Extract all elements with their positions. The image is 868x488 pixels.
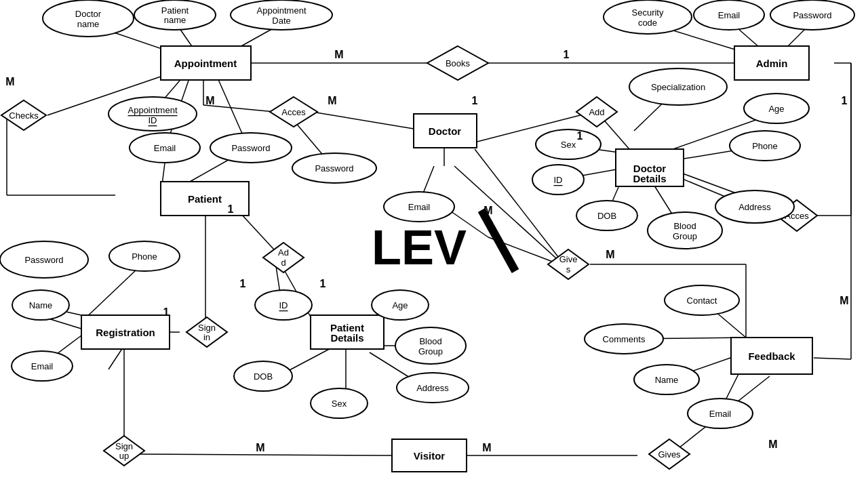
svg-line-35 bbox=[124, 454, 393, 455]
name-feedback-label: Name bbox=[655, 375, 679, 385]
blood-group-patient-label2: Group bbox=[418, 346, 443, 357]
appointment-date-label2: Date bbox=[272, 16, 290, 26]
email-reg-label: Email bbox=[31, 361, 54, 371]
email-admin-label: Email bbox=[718, 10, 741, 20]
security-code-label: Security bbox=[632, 7, 664, 18]
card-m-checks: M bbox=[5, 76, 14, 87]
visitor-label: Visitor bbox=[414, 450, 446, 462]
dob-doctor-label: DOB bbox=[597, 211, 616, 221]
id-doctor-label: ID bbox=[554, 175, 563, 185]
card-m-gives: M bbox=[606, 249, 614, 260]
card-1-reg: 1 bbox=[163, 306, 170, 318]
phone-patient-label: Phone bbox=[132, 251, 157, 262]
registration-label: Registration bbox=[96, 327, 155, 338]
card-m-books-left: M bbox=[334, 49, 343, 60]
age-patient-label: Age bbox=[392, 300, 408, 310]
card-1-patient: 1 bbox=[228, 203, 234, 215]
watermark-text: LEV bbox=[372, 220, 467, 274]
password-admin-label: Password bbox=[793, 10, 831, 20]
add-patient-label2: d bbox=[281, 258, 285, 268]
diagram-svg: Appointment Admin Doctor Patient Doctor … bbox=[0, 0, 868, 488]
address-doctor-label: Address bbox=[738, 202, 771, 212]
add-label: Add bbox=[589, 107, 604, 117]
blood-group-doctor-label: Blood bbox=[673, 221, 696, 231]
doctor-details-label2: Details bbox=[633, 173, 666, 184]
books-label: Books bbox=[446, 58, 471, 68]
appointment-id-label2: ID bbox=[149, 115, 157, 125]
card-1-patient-details: 1 bbox=[320, 278, 326, 289]
patient-name-label2: name bbox=[164, 15, 186, 25]
card-1-admin-right: 1 bbox=[842, 95, 848, 106]
svg-line-64 bbox=[814, 358, 851, 359]
acces-label-left: Acces bbox=[281, 107, 306, 117]
gives-label2: s bbox=[566, 264, 571, 274]
appointment-date-label: Appointment bbox=[257, 5, 307, 16]
card-m-acces-left: M bbox=[205, 95, 214, 106]
card-m-visitor-gives: M bbox=[482, 442, 491, 453]
card-1-books-right: 1 bbox=[564, 49, 570, 60]
card-1-add: 1 bbox=[577, 130, 583, 142]
svg-line-70 bbox=[481, 210, 515, 271]
signup-label2: up bbox=[119, 451, 129, 461]
card-1-doctor: 1 bbox=[472, 95, 478, 106]
feedback-label: Feedback bbox=[748, 350, 795, 362]
sex-patient-label: Sex bbox=[332, 399, 347, 409]
sex-doctor-label: Sex bbox=[561, 140, 576, 150]
signin-label2: in bbox=[203, 332, 210, 342]
blood-group-patient-label: Blood bbox=[419, 336, 441, 346]
patient-name-label: Patient bbox=[161, 5, 189, 16]
svg-line-18 bbox=[312, 112, 414, 129]
card-1-add-patient: 1 bbox=[240, 278, 246, 289]
blood-group-doctor-label2: Group bbox=[673, 231, 697, 241]
age-doctor-label: Age bbox=[768, 104, 784, 114]
card-m-signup-left: M bbox=[256, 442, 264, 453]
password-appt-label: Password bbox=[231, 143, 270, 153]
phone-doctor-label: Phone bbox=[752, 141, 778, 151]
id-patient-label: ID bbox=[279, 300, 288, 310]
doctor-label: Doctor bbox=[429, 125, 461, 137]
card-m-right: M bbox=[840, 295, 848, 306]
gives-bottom-label: Gives bbox=[658, 449, 681, 460]
appointment-label: Appointment bbox=[174, 58, 237, 69]
doctor-name-label: Doctor bbox=[75, 9, 102, 19]
comments-label: Comments bbox=[603, 334, 646, 344]
address-patient-label: Address bbox=[416, 383, 449, 393]
doctor-name-label2: name bbox=[77, 19, 100, 29]
name-reg-label: Name bbox=[29, 300, 53, 310]
svg-line-14 bbox=[203, 105, 275, 112]
dob-patient-label: DOB bbox=[254, 371, 273, 382]
email-doctor-label: Email bbox=[408, 202, 431, 212]
add-patient-label: Ad bbox=[278, 247, 289, 258]
email-patient-label: Email bbox=[154, 143, 176, 153]
gives-label: Give bbox=[559, 254, 578, 264]
password-patient-label: Password bbox=[24, 255, 63, 265]
patient-details-label2: Details bbox=[330, 332, 363, 344]
specialization-label: Specialization bbox=[651, 82, 705, 92]
checks-label: Checks bbox=[9, 110, 39, 121]
contact-label: Contact bbox=[687, 296, 717, 306]
patient-label: Patient bbox=[188, 193, 222, 205]
card-m-gives-feedback: M bbox=[768, 439, 777, 450]
er-diagram: Appointment Admin Doctor Patient Doctor … bbox=[0, 0, 868, 488]
appointment-id-label: Appointment bbox=[128, 105, 178, 115]
email-feedback-label: Email bbox=[709, 409, 732, 419]
signup-label: Sign bbox=[115, 441, 133, 451]
card-m-acces-right: M bbox=[328, 95, 336, 106]
signin-label: Sign bbox=[198, 323, 216, 333]
security-code-label2: code bbox=[638, 18, 657, 28]
admin-label: Admin bbox=[756, 58, 788, 69]
password-acces-label: Password bbox=[315, 163, 353, 174]
